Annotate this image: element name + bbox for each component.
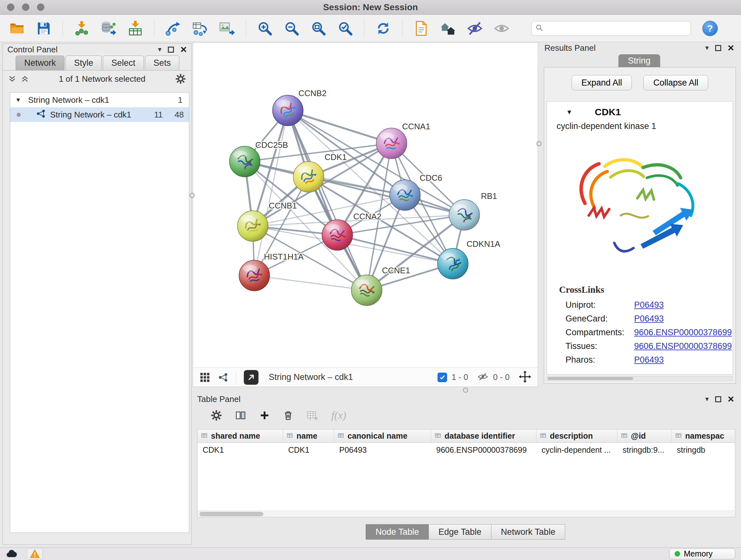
network-options-gear-icon[interactable]: [175, 73, 186, 84]
node-CDC25B[interactable]: [229, 146, 260, 177]
open-in-window-button[interactable]: [244, 370, 259, 385]
crosslink-genecard-[interactable]: P06493: [634, 314, 664, 324]
table-options-gear-icon[interactable]: [211, 410, 222, 421]
column-header-description[interactable]: description: [536, 429, 617, 442]
table-cell[interactable]: stringdb:9...: [617, 443, 672, 457]
import-network-database-icon[interactable]: [98, 18, 119, 39]
zoom-fit-icon[interactable]: [308, 18, 329, 39]
scrollbar-thumb[interactable]: [199, 512, 263, 516]
network-collection-row[interactable]: ▼ String Network – cdk1 1: [10, 92, 189, 107]
search-input[interactable]: [546, 23, 687, 33]
float-panel-icon[interactable]: ▾: [705, 395, 709, 402]
node-HIST1H1A[interactable]: [239, 260, 270, 291]
tab-select[interactable]: Select: [103, 56, 144, 70]
close-panel-icon[interactable]: ×: [180, 45, 187, 54]
tab-sets[interactable]: Sets: [145, 56, 179, 70]
hidden-eye-icon[interactable]: [477, 371, 488, 384]
network-canvas-svg[interactable]: CCNB2CCNA1CDC25BCDK1CDC6RB1CCNB1CCNA2CDK…: [193, 43, 538, 368]
warning-icon[interactable]: [27, 548, 43, 559]
node-CCNA1[interactable]: [376, 128, 407, 159]
open-session-icon[interactable]: [6, 18, 27, 39]
close-panel-icon[interactable]: ×: [728, 44, 734, 52]
edge-HIST1H1A-CCNE1[interactable]: [254, 275, 367, 290]
splitter-handle[interactable]: [463, 388, 468, 393]
import-table-icon[interactable]: [125, 18, 146, 39]
crosslink-uniprot-[interactable]: P06493: [634, 300, 664, 310]
function-builder-icon[interactable]: f(x): [331, 409, 346, 422]
collapse-section-icon[interactable]: ▼: [566, 109, 572, 116]
node-CCNB2[interactable]: [273, 95, 303, 126]
column-header-namespac[interactable]: namespac: [672, 429, 735, 442]
selected-checkbox-icon[interactable]: [437, 373, 447, 382]
network-from-table-icon[interactable]: [190, 18, 211, 39]
crosslink-pharos-[interactable]: P06493: [634, 355, 664, 365]
collapse-all-icon[interactable]: [8, 75, 16, 83]
zoom-selected-icon[interactable]: [335, 18, 356, 39]
table-cell[interactable]: 9606.ENSP00000378699: [431, 443, 536, 457]
memory-button[interactable]: Memory: [669, 549, 735, 559]
table-cell[interactable]: P06493: [334, 443, 431, 457]
maximize-panel-icon[interactable]: [715, 396, 721, 402]
delete-column-trash-icon[interactable]: [283, 410, 293, 421]
node-RB1[interactable]: [449, 199, 480, 230]
crosslink-compartments-[interactable]: 9606.ENSP00000378699: [634, 327, 732, 337]
edge-CCNB2-CCNE1[interactable]: [288, 111, 367, 290]
node-CDK1[interactable]: [293, 162, 324, 192]
network-arrows-icon[interactable]: [163, 18, 184, 39]
help-button[interactable]: ?: [702, 21, 718, 36]
column-header-name[interactable]: name: [283, 429, 334, 442]
search-box[interactable]: [531, 21, 691, 36]
tab-style[interactable]: Style: [65, 56, 102, 70]
table-cell[interactable]: CDK1: [198, 443, 283, 457]
table-cell[interactable]: cyclin-dependent ...: [536, 443, 617, 457]
home-browser-icon[interactable]: [437, 18, 459, 39]
float-panel-icon[interactable]: ▾: [158, 46, 161, 53]
splitter-handle[interactable]: [536, 141, 542, 146]
column-header--id[interactable]: @id: [617, 429, 672, 442]
close-panel-icon[interactable]: ×: [728, 395, 734, 403]
table-cell[interactable]: CDK1: [283, 443, 334, 457]
crosslink-tissues-[interactable]: 9606.ENSP00000378699: [634, 341, 732, 351]
table-cell[interactable]: stringdb: [672, 443, 735, 457]
node-CCNA2[interactable]: [322, 220, 353, 250]
table-horizontal-scrollbar[interactable]: [198, 510, 735, 517]
import-network-file-icon[interactable]: [71, 18, 92, 39]
pan-crosshair-icon[interactable]: [519, 370, 531, 384]
column-header-canonical-name[interactable]: canonical name: [334, 429, 431, 442]
tab-edge-table[interactable]: Edge Table: [428, 524, 491, 540]
node-CCNE1[interactable]: [351, 275, 382, 306]
node-CDKN1A[interactable]: [437, 248, 468, 279]
delete-table-icon[interactable]: [307, 409, 319, 422]
expand-all-button[interactable]: Expand All: [571, 75, 632, 90]
zoom-out-icon[interactable]: [281, 18, 302, 39]
expand-all-icon[interactable]: [21, 75, 29, 83]
tab-string[interactable]: String: [618, 54, 660, 67]
tab-node-table[interactable]: Node Table: [366, 524, 429, 540]
edge-CCNB2-HIST1H1A[interactable]: [254, 111, 288, 275]
export-image-icon[interactable]: [216, 18, 238, 39]
float-panel-icon[interactable]: ▾: [705, 44, 709, 51]
show-hidden-icon[interactable]: [491, 18, 512, 39]
refresh-network-icon[interactable]: [373, 18, 394, 39]
maximize-panel-icon[interactable]: [715, 45, 721, 51]
network-overview-icon[interactable]: [218, 372, 228, 382]
birds-eye-grid-icon[interactable]: [199, 372, 210, 383]
network-view[interactable]: CCNB2CCNA1CDC25BCDK1CDC6RB1CCNB1CCNA2CDK…: [193, 42, 538, 387]
results-horizontal-scrollbar[interactable]: [547, 376, 733, 381]
open-document-icon[interactable]: [411, 18, 432, 39]
cloud-icon[interactable]: [6, 550, 18, 558]
network-row-selected[interactable]: String Network – cdk1 11 48: [10, 107, 189, 122]
save-session-icon[interactable]: [33, 18, 54, 39]
node-CDC6[interactable]: [390, 180, 420, 210]
column-header-shared-name[interactable]: shared name: [198, 429, 283, 442]
node-CCNB1[interactable]: [238, 211, 268, 241]
table-row[interactable]: CDK1CDK1P064939606.ENSP00000378699cyclin…: [198, 443, 735, 457]
splitter-handle[interactable]: [190, 193, 195, 198]
edge-CCNB2-CCNA1[interactable]: [288, 111, 392, 143]
tab-network-table[interactable]: Network Table: [491, 524, 565, 540]
collapse-arrow-icon[interactable]: ▼: [15, 97, 23, 104]
tab-network[interactable]: Network: [16, 56, 64, 70]
zoom-in-icon[interactable]: [254, 18, 275, 39]
hide-selected-icon[interactable]: [464, 18, 485, 39]
maximize-panel-icon[interactable]: [168, 47, 174, 53]
